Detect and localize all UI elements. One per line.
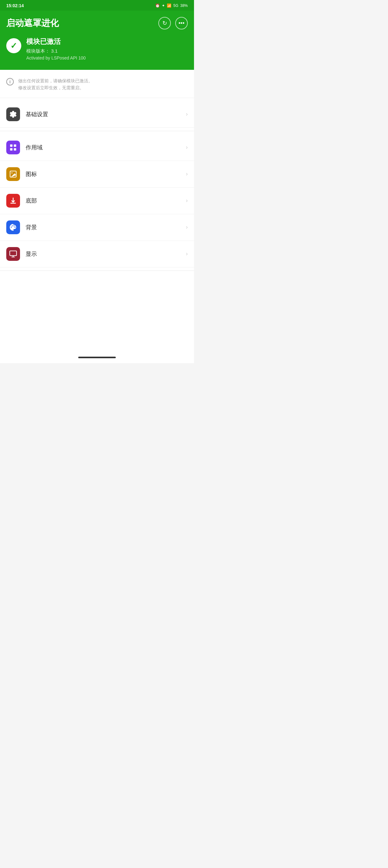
info-notice: i 做出任何设置前，请确保模块已激活。 修改设置后立即生效，无需重启。: [0, 70, 194, 98]
menu-item-background[interactable]: 背景 ›: [0, 214, 194, 241]
status-bar: 15:02:14 ⏰ ✦ 📶 5G 38%: [0, 0, 194, 11]
status-info: 模块已激活 模块版本： 3.1 Activated by LSPosed API…: [26, 37, 188, 60]
svg-point-10: [14, 227, 15, 228]
background-icon-wrap: [6, 220, 20, 234]
menu-item-basic-settings[interactable]: 基础设置 ›: [0, 101, 194, 128]
menu-item-scope[interactable]: 作用域 ›: [0, 134, 194, 161]
menu-item-icon[interactable]: 图标 ›: [0, 161, 194, 188]
module-status-card: ✓ 模块已激活 模块版本： 3.1 Activated by LSPosed A…: [6, 37, 188, 60]
signal-icon: 5G: [173, 3, 179, 8]
alarm-icon: ⏰: [155, 3, 160, 8]
svg-point-5: [11, 172, 12, 173]
svg-rect-0: [10, 144, 12, 147]
status-time: 15:02:14: [6, 3, 24, 8]
info-icon: i: [6, 78, 14, 86]
svg-rect-11: [10, 251, 17, 255]
grid-icon: [9, 144, 17, 152]
status-icons: ⏰ ✦ 📶 5G 38%: [155, 3, 188, 8]
header-actions: ↻ •••: [158, 17, 188, 29]
basic-settings-label: 基础设置: [26, 111, 186, 118]
svg-point-8: [12, 225, 13, 226]
download-icon: [9, 197, 17, 205]
scope-label: 作用域: [26, 144, 186, 151]
wifi-icon: 📶: [167, 3, 171, 8]
display-label: 显示: [26, 250, 186, 258]
background-chevron: ›: [186, 224, 188, 230]
module-api: Activated by LSPosed API 100: [26, 55, 188, 60]
background-label: 背景: [26, 224, 186, 231]
svg-rect-6: [10, 203, 15, 204]
header: 启动遮罩进化 ↻ ••• ✓ 模块已激活 模块版本： 3.1 Activated…: [0, 11, 194, 70]
bottom-chevron: ›: [186, 197, 188, 204]
bottom-bar: [0, 352, 194, 363]
display-icon-wrap: [6, 247, 20, 261]
divider-2: [0, 271, 194, 271]
notice-text: 做出任何设置前，请确保模块已激活。 修改设置后立即生效，无需重启。: [18, 78, 93, 91]
status-check-circle: ✓: [6, 38, 21, 53]
bottom-label: 底部: [26, 197, 186, 205]
basic-settings-chevron: ›: [186, 111, 188, 117]
page-title: 启动遮罩进化: [6, 17, 59, 29]
refresh-button[interactable]: ↻: [158, 17, 171, 29]
svg-rect-1: [14, 144, 16, 147]
image-icon: [9, 170, 17, 178]
svg-rect-2: [10, 148, 12, 151]
display-chevron: ›: [186, 250, 188, 257]
scope-chevron: ›: [186, 144, 188, 151]
module-version: 模块版本： 3.1: [26, 48, 188, 54]
icon-chevron: ›: [186, 170, 188, 177]
header-top: 启动遮罩进化 ↻ •••: [6, 17, 188, 29]
svg-point-9: [13, 225, 14, 226]
battery-text: 38%: [180, 3, 188, 8]
divider-1: [0, 131, 194, 131]
module-activated-label: 模块已激活: [26, 37, 188, 46]
basic-settings-icon-wrap: [6, 107, 20, 121]
gear-icon: [9, 110, 17, 118]
menu-item-bottom[interactable]: 底部 ›: [0, 188, 194, 214]
bottom-nav-indicator: [78, 356, 116, 358]
palette-icon: [9, 223, 17, 231]
svg-rect-3: [14, 148, 16, 151]
icon-icon-wrap: [6, 167, 20, 181]
main-content: i 做出任何设置前，请确保模块已激活。 修改设置后立即生效，无需重启。 基础设置…: [0, 70, 194, 352]
more-button[interactable]: •••: [175, 17, 188, 29]
scope-icon-wrap: [6, 141, 20, 154]
bottom-icon-wrap: [6, 194, 20, 208]
menu-section: 基础设置 › 作用域 ›: [0, 98, 194, 277]
bluetooth-icon: ✦: [162, 3, 165, 8]
monitor-icon: [9, 250, 17, 258]
menu-item-display[interactable]: 显示 ›: [0, 241, 194, 268]
check-mark-icon: ✓: [10, 41, 17, 51]
icon-label: 图标: [26, 170, 186, 178]
svg-point-7: [11, 227, 11, 228]
